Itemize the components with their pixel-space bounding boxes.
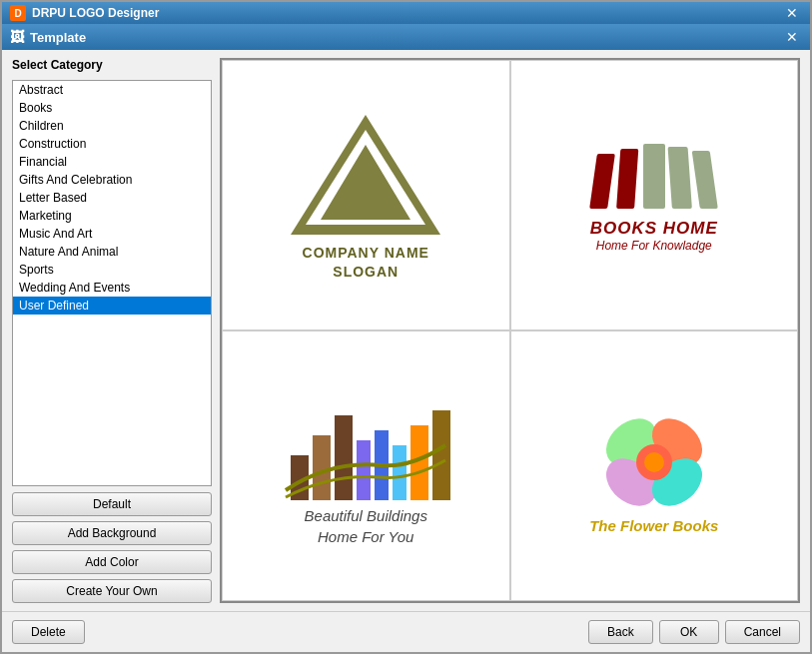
category-list[interactable]: Abstract Books Children Construction Fin…	[12, 80, 212, 486]
svg-rect-15	[432, 410, 450, 500]
category-children[interactable]: Children	[13, 117, 211, 135]
select-category-label: Select Category	[12, 58, 212, 72]
cancel-button[interactable]: Cancel	[725, 620, 800, 644]
dialog-close-button[interactable]: ✕	[782, 30, 802, 44]
app-icon: D	[10, 5, 26, 21]
svg-rect-3	[589, 154, 615, 209]
logo1-line2: SLOGAN	[303, 263, 429, 281]
logo4-text: The Flower Books	[589, 517, 718, 534]
logo1-text: COMPANY NAME SLOGAN	[303, 244, 429, 280]
ok-button[interactable]: OK	[659, 620, 719, 644]
logo3-line2: Home For You	[305, 526, 427, 547]
logo1-line1: COMPANY NAME	[303, 244, 429, 262]
template-cell-3[interactable]: Beautiful Buildings Home For You	[222, 330, 510, 601]
category-construction[interactable]: Construction	[13, 135, 211, 153]
triangle-svg	[286, 110, 445, 240]
logo4-graphic: The Flower Books	[589, 397, 719, 534]
category-wedding[interactable]: Wedding And Events	[13, 279, 211, 297]
svg-rect-10	[335, 415, 353, 500]
default-button[interactable]: Default	[12, 492, 212, 516]
dialog-inner: Select Category Abstract Books Children …	[2, 50, 810, 611]
delete-button[interactable]: Delete	[12, 620, 85, 644]
svg-rect-7	[691, 151, 717, 209]
category-marketing[interactable]: Marketing	[13, 207, 211, 225]
dialog-icon: 🖼	[10, 29, 24, 45]
svg-rect-4	[616, 149, 638, 209]
app-close-button[interactable]: ✕	[782, 6, 802, 20]
category-books[interactable]: Books	[13, 99, 211, 117]
svg-rect-5	[643, 144, 665, 209]
template-cell-2[interactable]: BOOKS HOME Home For Knowladge	[510, 60, 799, 330]
logo3-graphic: Beautiful Buildings Home For You	[233, 385, 499, 547]
dialog-title: Template	[30, 30, 86, 45]
category-financial[interactable]: Financial	[13, 153, 211, 171]
svg-rect-6	[667, 147, 691, 209]
dialog-title-bar: 🖼 Template ✕	[2, 24, 810, 50]
create-your-own-button[interactable]: Create Your Own	[12, 579, 212, 603]
svg-rect-9	[313, 435, 331, 500]
books-svg	[589, 139, 719, 219]
category-gifts[interactable]: Gifts And Celebration	[13, 171, 211, 189]
action-buttons: Default Add Background Add Color Create …	[12, 492, 212, 603]
category-abstract[interactable]: Abstract	[13, 81, 211, 99]
back-button[interactable]: Back	[588, 620, 653, 644]
app-title: DRPU LOGO Designer	[32, 6, 159, 20]
logo2-subtitle: Home For Knowladge	[596, 239, 712, 253]
bottom-bar: Delete Back OK Cancel	[2, 611, 810, 652]
template-cell-4[interactable]: The Flower Books	[510, 330, 799, 601]
template-grid: COMPANY NAME SLOGAN	[220, 58, 800, 603]
svg-point-21	[644, 452, 664, 472]
template-cell-1[interactable]: COMPANY NAME SLOGAN	[222, 60, 510, 330]
category-user-defined[interactable]: User Defined	[13, 297, 211, 315]
logo2-graphic: BOOKS HOME Home For Knowladge	[589, 139, 719, 253]
add-background-button[interactable]: Add Background	[12, 521, 212, 545]
category-music[interactable]: Music And Art	[13, 225, 211, 243]
bottom-right-buttons: Back OK Cancel	[588, 620, 800, 644]
app-title-bar: D DRPU LOGO Designer ✕	[2, 2, 810, 24]
left-panel: Select Category Abstract Books Children …	[12, 58, 212, 603]
category-sports[interactable]: Sports	[13, 261, 211, 279]
logo3-text: Beautiful Buildings Home For You	[305, 505, 427, 547]
logo2-title: BOOKS HOME	[590, 219, 718, 239]
svg-rect-11	[357, 440, 371, 500]
svg-rect-13	[393, 445, 406, 500]
dialog-container: Select Category Abstract Books Children …	[2, 50, 810, 652]
category-nature[interactable]: Nature And Animal	[13, 243, 211, 261]
add-color-button[interactable]: Add Color	[12, 550, 212, 574]
logo1-graphic	[286, 110, 445, 240]
content-row: Select Category Abstract Books Children …	[12, 58, 800, 603]
logo3-line1: Beautiful Buildings	[305, 505, 427, 526]
category-letter[interactable]: Letter Based	[13, 189, 211, 207]
buildings-svg	[281, 385, 450, 505]
flower-svg	[589, 397, 719, 517]
main-window: D DRPU LOGO Designer ✕ 🖼 Template ✕ Sele…	[0, 0, 812, 654]
